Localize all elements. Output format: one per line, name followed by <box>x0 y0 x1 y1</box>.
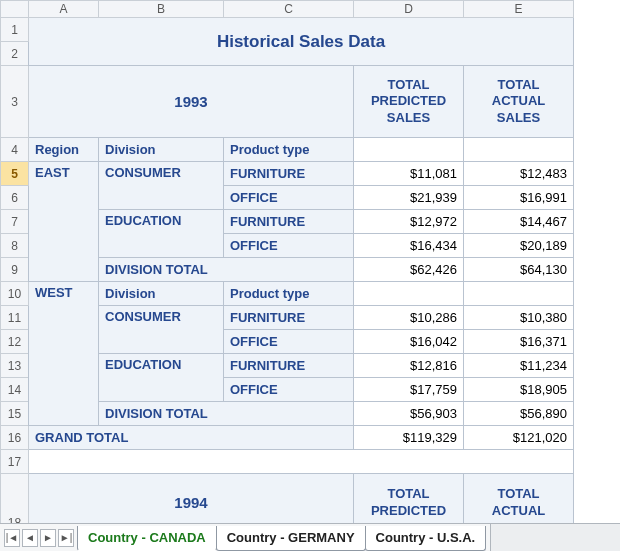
col-header-D[interactable]: D <box>354 1 464 18</box>
product-office: OFFICE <box>224 186 354 210</box>
row-header-9[interactable]: 9 <box>1 258 29 282</box>
cell-value[interactable]: $14,467 <box>464 210 574 234</box>
col-header-B[interactable]: B <box>99 1 224 18</box>
predicted-sales-header: TOTAL PREDICTED SALES <box>354 66 464 138</box>
cell-value[interactable]: $10,380 <box>464 306 574 330</box>
division-consumer: CONSUMER <box>99 162 224 210</box>
product-furniture: FURNITURE <box>224 162 354 186</box>
cell-value[interactable]: $119,329 <box>354 426 464 450</box>
select-all-corner[interactable] <box>1 1 29 18</box>
row-header-10[interactable]: 10 <box>1 282 29 306</box>
page-title: Historical Sales Data <box>29 18 574 66</box>
product-furniture: FURNITURE <box>224 306 354 330</box>
region-label: Region <box>29 138 99 162</box>
division-education: EDUCATION <box>99 210 224 258</box>
row-header-1[interactable]: 1 <box>1 18 29 42</box>
text: ACTUAL <box>492 503 545 518</box>
cell-value[interactable]: $20,189 <box>464 234 574 258</box>
horizontal-scrollbar[interactable] <box>490 524 620 551</box>
text: PREDICTED <box>371 93 446 108</box>
cell-value[interactable]: $56,890 <box>464 402 574 426</box>
sheet-tab-germany[interactable]: Country - GERMANY <box>216 526 366 551</box>
cell-value[interactable]: $11,234 <box>464 354 574 378</box>
tab-nav-prev[interactable]: ◄ <box>22 529 38 547</box>
cell-value[interactable]: $56,903 <box>354 402 464 426</box>
col-header-E[interactable]: E <box>464 1 574 18</box>
product-furniture: FURNITURE <box>224 354 354 378</box>
cell-blank[interactable] <box>464 282 574 306</box>
cell-value[interactable]: $62,426 <box>354 258 464 282</box>
cell-value[interactable]: $12,972 <box>354 210 464 234</box>
cell-value[interactable]: $16,371 <box>464 330 574 354</box>
cell-value[interactable]: $121,020 <box>464 426 574 450</box>
cell-value[interactable]: $12,483 <box>464 162 574 186</box>
col-header-A[interactable]: A <box>29 1 99 18</box>
text: SALES <box>497 110 540 125</box>
row-header-4[interactable]: 4 <box>1 138 29 162</box>
row-header-15[interactable]: 15 <box>1 402 29 426</box>
tab-nav-first[interactable]: |◄ <box>4 529 20 547</box>
row-header-11[interactable]: 11 <box>1 306 29 330</box>
text: SALES <box>387 110 430 125</box>
tab-nav-buttons: |◄ ◄ ► ►| <box>0 524 78 551</box>
division-label: Division <box>99 138 224 162</box>
cell-value[interactable]: $17,759 <box>354 378 464 402</box>
row-header-14[interactable]: 14 <box>1 378 29 402</box>
cell-value[interactable]: $10,286 <box>354 306 464 330</box>
product-office: OFFICE <box>224 330 354 354</box>
cell-value[interactable]: $18,905 <box>464 378 574 402</box>
text: TOTAL <box>387 77 429 92</box>
row-header-7[interactable]: 7 <box>1 210 29 234</box>
product-type-label: Product type <box>224 138 354 162</box>
division-label: Division <box>99 282 224 306</box>
row-header-2[interactable]: 2 <box>1 42 29 66</box>
cell-blank[interactable] <box>354 282 464 306</box>
col-header-C[interactable]: C <box>224 1 354 18</box>
product-type-label: Product type <box>224 282 354 306</box>
grand-total-label: GRAND TOTAL <box>29 426 354 450</box>
division-consumer: CONSUMER <box>99 306 224 354</box>
spreadsheet-grid[interactable]: A B C D E 1 Historical Sales Data 2 3 19… <box>0 0 574 532</box>
sheet-tab-strip: |◄ ◄ ► ►| Country - CANADA Country - GER… <box>0 523 620 551</box>
text: TOTAL <box>497 77 539 92</box>
cell-value[interactable]: $11,081 <box>354 162 464 186</box>
actual-sales-header: TOTAL ACTUAL SALES <box>464 66 574 138</box>
cell-blank[interactable] <box>354 138 464 162</box>
row-header-5[interactable]: 5 <box>1 162 29 186</box>
text: PREDICTED <box>371 503 446 518</box>
cell-blank[interactable] <box>464 138 574 162</box>
text: ACTUAL <box>492 93 545 108</box>
text: TOTAL <box>387 486 429 501</box>
row-header-13[interactable]: 13 <box>1 354 29 378</box>
sheet-tab-canada[interactable]: Country - CANADA <box>77 526 217 551</box>
row-header-12[interactable]: 12 <box>1 330 29 354</box>
cell-value[interactable]: $12,816 <box>354 354 464 378</box>
region-east: EAST <box>29 162 99 282</box>
cell-value[interactable]: $21,939 <box>354 186 464 210</box>
product-office: OFFICE <box>224 234 354 258</box>
row-header-17[interactable]: 17 <box>1 450 29 474</box>
division-total-label: DIVISION TOTAL <box>99 258 354 282</box>
tab-nav-next[interactable]: ► <box>40 529 56 547</box>
sheet-tab-usa[interactable]: Country - U.S.A. <box>365 526 487 551</box>
product-office: OFFICE <box>224 378 354 402</box>
cell-blank[interactable] <box>29 450 574 474</box>
cell-value[interactable]: $16,991 <box>464 186 574 210</box>
year-header-1993: 1993 <box>29 66 354 138</box>
division-total-label: DIVISION TOTAL <box>99 402 354 426</box>
row-header-16[interactable]: 16 <box>1 426 29 450</box>
tab-nav-last[interactable]: ►| <box>58 529 74 547</box>
text: TOTAL <box>497 486 539 501</box>
row-header-8[interactable]: 8 <box>1 234 29 258</box>
division-education: EDUCATION <box>99 354 224 402</box>
cell-value[interactable]: $16,434 <box>354 234 464 258</box>
cell-value[interactable]: $16,042 <box>354 330 464 354</box>
region-west: WEST <box>29 282 99 426</box>
row-header-3[interactable]: 3 <box>1 66 29 138</box>
cell-value[interactable]: $64,130 <box>464 258 574 282</box>
row-header-6[interactable]: 6 <box>1 186 29 210</box>
product-furniture: FURNITURE <box>224 210 354 234</box>
